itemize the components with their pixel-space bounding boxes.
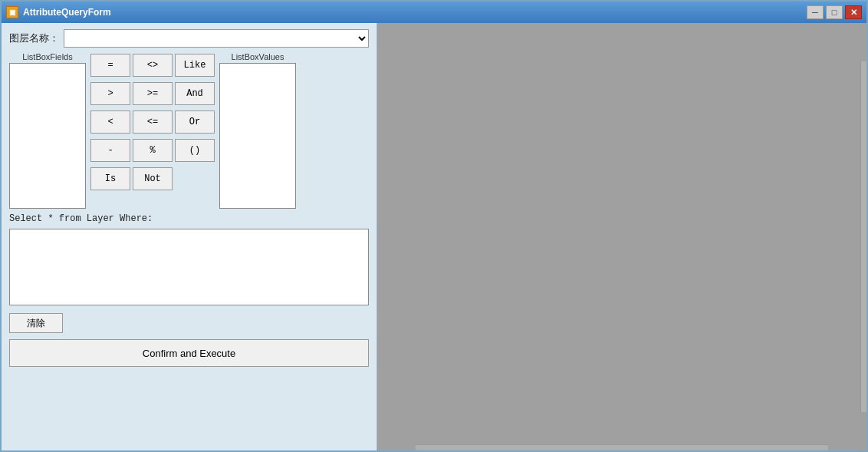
main-window: ▣ AttributeQueryForm ─ □ ✕ 图层名称： ListBox… [0,0,868,452]
clear-button[interactable]: 清除 [9,313,63,333]
op-and-button[interactable]: And [175,82,215,105]
close-button[interactable]: ✕ [845,5,862,19]
window-icon: ▣ [6,6,18,18]
op-greater-equal-button[interactable]: >= [133,82,173,105]
op-greater-button[interactable]: > [90,82,130,105]
op-empty-button [175,167,215,190]
operators-grid: = <> Like > >= And < <= Or - % () Is Not [89,52,216,195]
content-area: 图层名称： ListBoxFields = <> Like > [2,23,866,450]
op-parens-button[interactable]: () [175,139,215,162]
listbox-values[interactable] [219,63,296,209]
maximize-button[interactable]: □ [826,5,843,19]
layer-name-label: 图层名称： [9,31,59,45]
listbox-values-label: ListBoxValues [232,52,284,61]
op-less-equal-button[interactable]: <= [133,111,173,134]
op-or-button[interactable]: Or [175,111,215,134]
scrollbar-vertical[interactable] [860,61,866,412]
window-controls: ─ □ ✕ [807,5,862,19]
minimize-button[interactable]: ─ [807,5,824,19]
layer-name-row: 图层名称： [9,29,369,48]
op-like-button[interactable]: Like [175,54,215,77]
bottom-buttons: 清除 Confirm and Execute [9,313,369,367]
op-not-button[interactable]: Not [133,167,173,190]
sql-label: Select * from Layer Where: [9,213,369,224]
op-less-button[interactable]: < [90,111,130,134]
confirm-execute-button[interactable]: Confirm and Execute [9,339,369,367]
left-panel: 图层名称： ListBoxFields = <> Like > [2,23,377,450]
sql-textarea[interactable] [9,229,369,305]
op-is-button[interactable]: Is [90,167,130,190]
op-percent-button[interactable]: % [133,139,173,162]
scrollbar-horizontal[interactable] [416,444,828,450]
right-panel [377,23,866,450]
op-not-equals-button[interactable]: <> [133,54,173,77]
title-bar: ▣ AttributeQueryForm ─ □ ✕ [2,2,866,23]
fields-values-row: ListBoxFields = <> Like > >= And < <= Or… [9,52,369,209]
listbox-fields-label: ListBoxFields [22,52,72,61]
op-minus-button[interactable]: - [90,139,130,162]
op-equals-button[interactable]: = [90,54,130,77]
layer-combo[interactable] [64,29,369,48]
window-title: AttributeQueryForm [23,7,802,18]
listbox-fields[interactable] [9,63,86,209]
